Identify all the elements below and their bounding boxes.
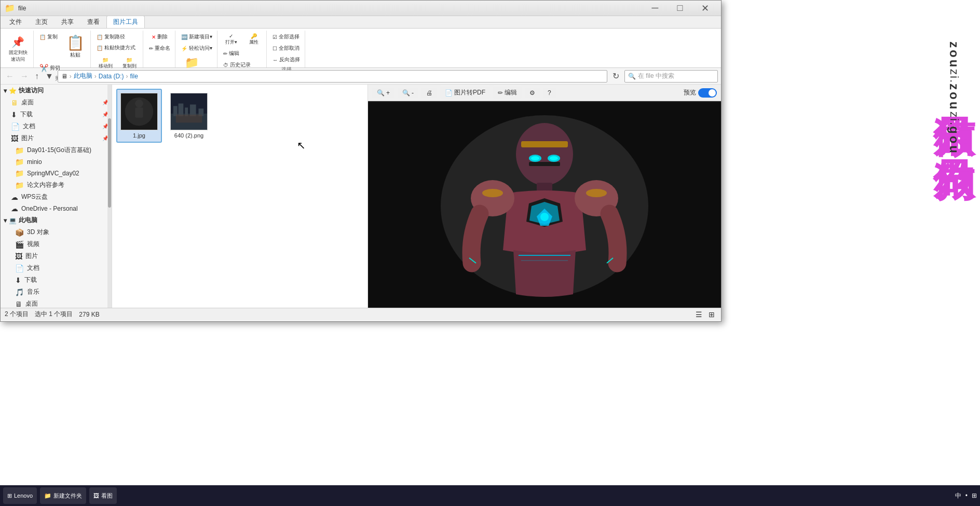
file-item-640png[interactable]: 640 (2).png: [166, 89, 212, 143]
view-toggle: ☰ ⊞: [693, 309, 717, 320]
sidebar-item-minio[interactable]: 📁 minio: [1, 156, 112, 168]
taskbar-viewer[interactable]: 🖼 看图: [89, 487, 117, 504]
pin-icon: 📌: [11, 36, 24, 48]
zoom-out-button[interactable]: 🔍-: [398, 88, 418, 98]
grid-view-button[interactable]: ⊞: [706, 309, 717, 320]
breadcrumb-datad[interactable]: Data (D:): [99, 73, 124, 80]
tab-view[interactable]: 查看: [80, 16, 106, 28]
sidebar-item-thesis[interactable]: 📁 论文内容参考: [1, 179, 112, 191]
paste-big-button[interactable]: 📋 粘贴: [62, 32, 88, 61]
sidebar-item-wps[interactable]: ☁ WPS云盘: [1, 191, 112, 203]
title-bar: 📁 file ─ □ ✕: [1, 1, 721, 16]
properties-button[interactable]: 🔑 属性: [243, 32, 264, 47]
sidebar-item-springmvc[interactable]: 📁 SpringMVC_day02: [1, 168, 112, 179]
preview-toggle-switch[interactable]: [698, 88, 717, 98]
move-button[interactable]: 📁 移动到: [94, 56, 117, 71]
minimize-button[interactable]: ─: [643, 1, 667, 16]
sidebar-item-desktop[interactable]: 🖥 桌面 📌: [1, 97, 112, 108]
sidebar-item-music[interactable]: 🎵 音乐: [1, 286, 112, 298]
edit-image-icon: ✏: [498, 89, 503, 97]
print-icon: 🖨: [426, 89, 432, 97]
close-button[interactable]: ✕: [693, 1, 717, 16]
input-method-icon[interactable]: 中: [955, 491, 961, 500]
rename-button[interactable]: ✏ 重命名: [146, 43, 173, 53]
refresh-button[interactable]: ↻: [609, 70, 622, 82]
file-item-1jpg[interactable]: 1.jpg: [116, 89, 162, 143]
pin-button[interactable]: 📌 固定到快速访问: [6, 34, 30, 64]
breadcrumb-thispc[interactable]: 此电脑: [74, 72, 92, 80]
taskbar-lenovo[interactable]: ⊞ Lenovo: [3, 487, 37, 504]
sidebar-item-3d[interactable]: 📦 3D 对象: [1, 226, 112, 238]
delete-icon: ✕: [152, 34, 156, 40]
pdf-button[interactable]: 📄 图片转PDF: [440, 87, 490, 99]
edit-open-button[interactable]: ✏ 编辑: [221, 48, 242, 59]
copy-to-label: 复制到: [122, 63, 137, 70]
nav-up-button[interactable]: ↑: [33, 71, 41, 82]
zoom-in-button[interactable]: 🔍+: [372, 88, 394, 98]
tab-share[interactable]: 共享: [55, 16, 80, 28]
taskbar-newfolder[interactable]: 📁 新建文件夹: [40, 487, 86, 504]
sidebar-item-day01[interactable]: 📁 Day01-15(Go语言基础): [1, 144, 112, 156]
new-project-button[interactable]: 🆕 新建项目▾: [179, 32, 215, 42]
sidebar-item-dl[interactable]: ⬇ 下载: [1, 274, 112, 286]
springmvc-label: SpringMVC_day02: [27, 170, 79, 177]
breadcrumb: 🖥 › 此电脑 › Data (D:) › file: [58, 70, 607, 83]
paste-icon: 📋: [66, 34, 85, 51]
tab-home[interactable]: 主页: [29, 16, 55, 28]
edit-image-button[interactable]: ✏ 编辑: [493, 87, 522, 99]
copy-button[interactable]: 📋 复制: [37, 32, 60, 42]
docs-icon: 📄: [11, 122, 20, 131]
quick-access-header[interactable]: ▾ ⭐ 快速访问: [1, 85, 112, 97]
history-button[interactable]: ⏱ 历史记录: [221, 60, 253, 70]
svg-point-18: [531, 156, 539, 160]
sidebar-item-videos[interactable]: 🎬 视频: [1, 238, 112, 250]
move-icon: 📁: [102, 57, 108, 63]
sidebar-scrollbar[interactable]: [107, 85, 112, 308]
list-view-button[interactable]: ☰: [693, 309, 704, 320]
sidebar-item-docs[interactable]: 📄 文档 📌: [1, 120, 112, 132]
sidebar-item-desktop2[interactable]: 🖥 桌面: [1, 298, 112, 308]
deselect-all-button[interactable]: ☐ 全部取消: [270, 43, 302, 53]
tab-file[interactable]: 文件: [3, 16, 29, 28]
invert-select-button[interactable]: ↔ 反向选择: [270, 54, 303, 65]
sidebar-item-pics[interactable]: 🖼 图片: [1, 250, 112, 262]
this-pc-header[interactable]: ▾ 💻 此电脑: [1, 214, 112, 226]
sidebar-item-onedrive[interactable]: ☁ OneDrive - Personal: [1, 203, 112, 214]
nav-bar: ← → ↑ ▼ 🖥 › 此电脑 › Data (D:) › file ↻ 🔍 在…: [1, 68, 721, 85]
ribbon-group-new: 🆕 新建项目▾ ⚡ 轻松访问▾ 📁 新建文件夹 新建: [176, 31, 217, 67]
tab-picture-tools[interactable]: 图片工具: [106, 16, 145, 28]
search-placeholder: 在 file 中搜索: [638, 72, 674, 80]
search-box[interactable]: 🔍 在 file 中搜索: [624, 70, 718, 83]
maximize-button[interactable]: □: [668, 1, 692, 16]
nav-back-button[interactable]: ←: [4, 71, 16, 82]
open-button[interactable]: ✓ 打开▾: [221, 32, 241, 47]
svg-rect-7: [179, 103, 184, 116]
copy-icon: 📋: [39, 34, 46, 40]
file-name-640png: 640 (2).png: [174, 132, 203, 139]
paste-shortcut-button[interactable]: 📋 粘贴快捷方式: [94, 43, 138, 53]
settings-button[interactable]: ⚙: [525, 88, 540, 98]
sidebar-item-downloads[interactable]: ⬇ 下载 📌: [1, 108, 112, 120]
content-area: ▾ ⭐ 快速访问 🖥 桌面 📌 ⬇ 下载 📌 📄 文档 📌 🖼 图片: [1, 85, 721, 308]
viewer-icon: 🖼: [93, 493, 99, 499]
springmvc-icon: 📁: [15, 169, 24, 177]
sidebar-item-documents[interactable]: 📄 文档: [1, 262, 112, 274]
copy-path-button[interactable]: 📋 复制路径: [94, 32, 128, 42]
taskbar-grid[interactable]: ⊞: [972, 492, 977, 499]
pictures-label: 图片: [21, 134, 34, 143]
copy-to-button[interactable]: 📁 复制到: [118, 56, 141, 71]
quick-access-label: 快速访问: [19, 86, 44, 95]
svg-point-22: [540, 213, 549, 221]
select-all-button[interactable]: ☑ 全部选择: [270, 32, 302, 42]
nav-dropdown-button[interactable]: ▼: [43, 71, 56, 82]
nav-forward-button[interactable]: →: [18, 71, 31, 82]
ironman-preview-svg: [368, 102, 721, 307]
breadcrumb-sep3: ›: [126, 73, 128, 80]
sidebar-item-pictures[interactable]: 🖼 图片 📌: [1, 132, 112, 144]
delete-button[interactable]: ✕ 删除: [149, 32, 170, 42]
print-button[interactable]: 🖨: [421, 88, 437, 98]
help-button[interactable]: ?: [543, 88, 556, 98]
easy-access-button[interactable]: ⚡ 轻松访问▾: [179, 43, 215, 53]
breadcrumb-file[interactable]: file: [130, 73, 138, 80]
documents-label: 文档: [27, 264, 39, 272]
